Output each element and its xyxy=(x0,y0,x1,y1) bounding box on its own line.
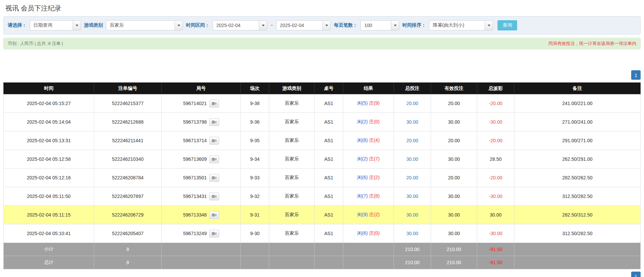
cell-round-id: 596713348 xyxy=(162,206,241,224)
replay-button[interactable] xyxy=(209,118,219,126)
summary-total-bet: 210.00 xyxy=(394,243,431,256)
table-row: 2025-02-04 05:12:58522246210340596713609… xyxy=(4,150,641,169)
cell-table: AS1 xyxy=(315,131,343,150)
search-button[interactable]: 查询 xyxy=(498,20,517,30)
cell-table: AS1 xyxy=(315,150,343,169)
result-player: 闲(7) xyxy=(357,193,368,199)
cell-total-bet: 30.00 xyxy=(394,150,431,169)
video-icon xyxy=(212,176,216,180)
cell-payout: 28.50 xyxy=(477,150,514,169)
cell-session: 9-36 xyxy=(241,113,269,131)
cell-valid-bet: 30.00 xyxy=(431,206,477,224)
cell-game: 百家乐 xyxy=(269,113,315,131)
col-session: 场次 xyxy=(241,83,269,94)
table-row: 2025-02-04 05:15:27522246215377596714021… xyxy=(4,94,641,113)
replay-button[interactable] xyxy=(209,155,219,163)
date-to-value: 2025-02-04 xyxy=(276,21,322,30)
date-to-select[interactable]: 2025-02-04 xyxy=(276,20,331,30)
replay-button[interactable] xyxy=(209,193,219,200)
cell-table: AS1 xyxy=(315,113,343,131)
replay-button[interactable] xyxy=(209,211,219,219)
cell-valid-bet: 30.00 xyxy=(431,150,477,169)
query-type-label: 请选择： xyxy=(8,22,27,28)
result-player: 闲(9) xyxy=(357,212,368,217)
cell-note: 282.50/312.50 xyxy=(514,206,641,224)
cell-valid-bet: 20.00 xyxy=(431,169,477,187)
time-sort-select[interactable]: 降幂(由大到小) xyxy=(429,20,493,30)
cell-session: 9-32 xyxy=(241,187,269,206)
result-banker: 庄(0) xyxy=(369,230,379,236)
cell-total-bet: 30.00 xyxy=(394,206,431,224)
result-player: 闲(5) xyxy=(357,100,368,106)
total-bet-link[interactable]: 20.00 xyxy=(406,101,418,106)
table-header: 时间 注单编号 局号 场次 游戏类别 桌号 结果 总投注 有效投注 总派彩 备注 xyxy=(4,83,641,94)
cell-total-bet: 20.00 xyxy=(394,169,431,187)
total-bet-link[interactable]: 20.00 xyxy=(406,175,418,180)
cell-payout: -30.00 xyxy=(477,187,514,206)
notice-text: 同局有效投注，统一计算在该局第一张注单内 xyxy=(548,41,636,47)
chevron-down-icon[interactable] xyxy=(259,21,267,30)
cell-game: 百家乐 xyxy=(269,187,315,206)
replay-button[interactable] xyxy=(209,174,219,182)
cell-session: 9-33 xyxy=(241,169,269,187)
cell-result: 闲(8) 庄(4) xyxy=(343,131,394,150)
cell-session: 9-34 xyxy=(241,150,269,169)
total-bet-link[interactable]: 30.00 xyxy=(406,194,418,199)
total-bet-link[interactable]: 30.00 xyxy=(406,119,418,125)
result-banker: 庄(2) xyxy=(369,175,379,180)
summary-total-bet: 210.00 xyxy=(394,256,431,269)
video-icon xyxy=(212,157,216,161)
chevron-down-icon[interactable] xyxy=(175,21,183,30)
table-row: 2025-02-04 05:10:41522246205407596713249… xyxy=(4,224,641,243)
cell-bet-id: 522246208784 xyxy=(94,169,162,187)
cell-total-bet: 20.00 xyxy=(394,131,431,150)
cell-time: 2025-02-04 05:14:04 xyxy=(4,113,94,131)
total-bet-link[interactable]: 30.00 xyxy=(406,231,418,236)
cell-game: 百家乐 xyxy=(269,224,315,243)
cell-time: 2025-02-04 05:15:27 xyxy=(4,94,94,113)
total-bet-link[interactable]: 30.00 xyxy=(406,156,418,162)
summary-row: 总计8210.00210.00-91.50 xyxy=(4,256,641,269)
page-button-1[interactable]: 1 xyxy=(631,70,641,80)
game-type-select[interactable]: 百家乐 xyxy=(106,20,183,30)
cell-payout: -30.00 xyxy=(477,113,514,131)
cell-time: 2025-02-04 05:13:31 xyxy=(4,131,94,150)
cell-table: AS1 xyxy=(315,169,343,187)
cell-bet-id: 522246210340 xyxy=(94,150,162,169)
video-icon xyxy=(212,232,216,235)
video-icon xyxy=(212,195,216,198)
replay-button[interactable] xyxy=(209,100,219,107)
cell-total-bet: 30.00 xyxy=(394,224,431,243)
cell-total-bet: 30.00 xyxy=(394,113,431,131)
chevron-down-icon[interactable] xyxy=(322,21,330,30)
cell-time: 2025-02-04 05:11:50 xyxy=(4,187,94,206)
cell-bet-id: 522246207897 xyxy=(94,187,162,206)
total-bet-link[interactable]: 20.00 xyxy=(406,138,418,143)
replay-button[interactable] xyxy=(209,230,219,237)
cell-payout: 30.00 xyxy=(477,206,514,224)
summary-label: 小计 xyxy=(4,243,94,256)
cell-note: 271.00/241.00 xyxy=(514,113,641,131)
query-type-select[interactable]: 日期查询 xyxy=(30,20,81,30)
page-size-select[interactable]: 100 xyxy=(360,20,399,30)
query-type-value: 日期查询 xyxy=(30,21,73,30)
chevron-down-icon[interactable] xyxy=(485,21,493,30)
total-bet-link[interactable]: 30.00 xyxy=(406,212,418,218)
col-result: 结果 xyxy=(343,83,394,94)
cell-session: 9-38 xyxy=(241,94,269,113)
chevron-down-icon[interactable] xyxy=(73,21,81,30)
result-banker: 庄(2) xyxy=(369,212,379,217)
replay-button[interactable] xyxy=(209,137,219,145)
video-icon xyxy=(212,120,216,124)
cell-result: 闲(6) 庄(2) xyxy=(343,169,394,187)
date-from-select[interactable]: 2025-02-04 xyxy=(213,20,267,30)
filter-bar: 请选择： 日期查询 游戏类别 百家乐 时间区间： 2025-02-04 ~ 20… xyxy=(3,16,641,34)
col-note: 备注 xyxy=(514,83,641,94)
result-banker: 庄(0) xyxy=(369,119,379,124)
chevron-down-icon[interactable] xyxy=(391,21,399,30)
cell-payout: -20.00 xyxy=(477,169,514,187)
page-button-1-bottom[interactable]: 1 xyxy=(631,272,641,277)
table-row: 2025-02-04 05:12:16522246208784596713501… xyxy=(4,169,641,187)
cell-note: 312.50/282.50 xyxy=(514,224,641,243)
cell-session: 9-31 xyxy=(241,206,269,224)
